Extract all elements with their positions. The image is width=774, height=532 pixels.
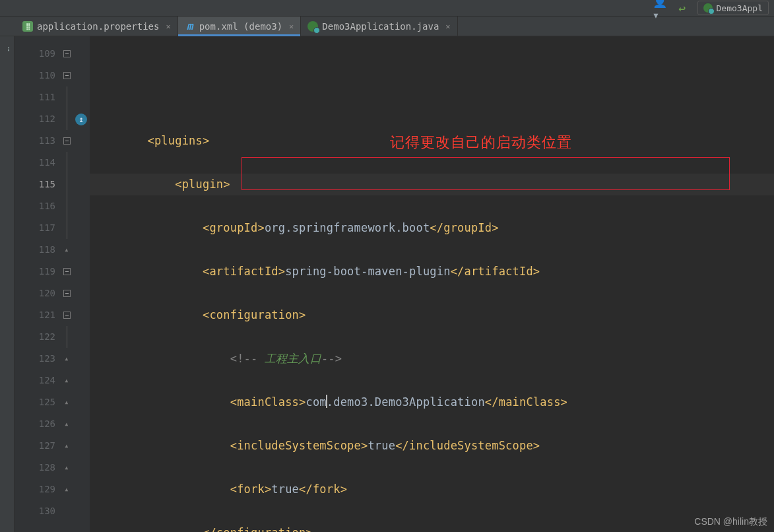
- tool-window-stub[interactable]: …: [3, 47, 11, 51]
- properties-file-icon: ⣿: [22, 21, 33, 32]
- code-editor[interactable]: 记得更改自己的启动类位置 <plugins> <plugin> <groupId…: [90, 36, 774, 532]
- fold-end-icon[interactable]: [61, 348, 73, 370]
- line-number[interactable]: 119: [15, 261, 55, 283]
- fold-end-icon[interactable]: [61, 239, 73, 261]
- line-number[interactable]: 113: [15, 130, 55, 152]
- editor-area: 1091101111121131141151161171181191201211…: [15, 36, 774, 532]
- run-config-selector[interactable]: Demo3Appl: [697, 1, 769, 15]
- fold-toggle-icon[interactable]: [63, 50, 71, 57]
- xml-tag: </configuration>: [203, 526, 313, 532]
- line-number[interactable]: 112: [15, 108, 55, 130]
- callout-box: [242, 157, 730, 190]
- line-number[interactable]: 109: [15, 43, 55, 65]
- maven-file-icon: m: [185, 21, 195, 32]
- line-number[interactable]: 116: [15, 195, 55, 217]
- tab-label: pom.xml (demo3): [199, 21, 282, 32]
- fold-end-icon[interactable]: [61, 435, 73, 457]
- fold-toggle-icon[interactable]: [63, 290, 71, 297]
- line-number[interactable]: 111: [15, 86, 55, 108]
- line-number[interactable]: 118: [15, 239, 55, 261]
- sync-icon[interactable]: ↩: [675, 1, 690, 15]
- line-number[interactable]: 128: [15, 457, 55, 479]
- line-number[interactable]: 122: [15, 326, 55, 348]
- line-number[interactable]: 123: [15, 348, 55, 370]
- line-number[interactable]: 129: [15, 479, 55, 500]
- spring-java-file-icon: [307, 21, 318, 32]
- user-icon[interactable]: 👤▾: [653, 1, 667, 15]
- callout-annotation: 记得更改自己的启动类位置: [390, 131, 572, 153]
- line-number[interactable]: 121: [15, 304, 55, 326]
- line-number[interactable]: 130: [15, 500, 55, 522]
- main-toolbar: 👤▾ ↩ Demo3Appl: [0, 0, 774, 17]
- xml-tag: <configuration>: [203, 308, 306, 321]
- run-gutter-icon[interactable]: [75, 114, 87, 125]
- close-icon[interactable]: ✕: [166, 22, 170, 31]
- spring-boot-icon: [703, 3, 713, 13]
- left-tool-strip[interactable]: …: [0, 36, 15, 532]
- xml-tag: <plugin>: [175, 178, 230, 191]
- tab-demo3application[interactable]: Demo3Application.java ✕: [301, 17, 457, 36]
- line-number[interactable]: 110: [15, 65, 55, 86]
- xml-tag: <plugins>: [147, 134, 209, 147]
- line-number-gutter[interactable]: 1091101111121131141151161171181191201211…: [15, 36, 61, 532]
- close-icon[interactable]: ✕: [289, 22, 294, 31]
- tab-label: Demo3Application.java: [322, 21, 439, 32]
- fold-toggle-icon[interactable]: [63, 312, 71, 319]
- line-number[interactable]: 124: [15, 370, 55, 391]
- icon-gutter: [73, 36, 90, 532]
- fold-toggle-icon[interactable]: [63, 72, 71, 79]
- fold-end-icon[interactable]: [61, 457, 73, 479]
- fold-gutter[interactable]: [61, 36, 73, 532]
- line-number[interactable]: 127: [15, 435, 55, 457]
- line-number[interactable]: 114: [15, 152, 55, 174]
- line-number[interactable]: 126: [15, 413, 55, 435]
- tab-label: application.properties: [37, 21, 159, 32]
- line-number[interactable]: 125: [15, 391, 55, 413]
- close-icon[interactable]: ✕: [445, 22, 450, 31]
- fold-end-icon[interactable]: [61, 479, 73, 500]
- line-number[interactable]: 120: [15, 283, 55, 304]
- line-number[interactable]: 115: [15, 174, 55, 195]
- fold-toggle-icon[interactable]: [63, 268, 71, 275]
- fold-end-icon[interactable]: [61, 370, 73, 391]
- run-config-label: Demo3Appl: [717, 3, 763, 13]
- tab-pom-xml[interactable]: m pom.xml (demo3) ✕: [178, 17, 302, 36]
- fold-end-icon[interactable]: [61, 391, 73, 413]
- line-number[interactable]: 117: [15, 217, 55, 239]
- fold-toggle-icon[interactable]: [63, 137, 71, 145]
- fold-end-icon[interactable]: [61, 413, 73, 435]
- tab-application-properties[interactable]: ⣿ application.properties ✕: [16, 17, 178, 36]
